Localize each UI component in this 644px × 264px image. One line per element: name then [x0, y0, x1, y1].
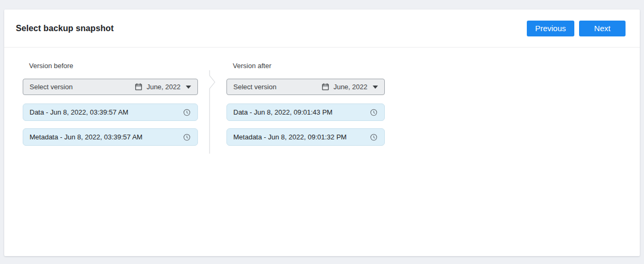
snapshot-compare-body: Version before Select version June, 2022… [4, 48, 640, 155]
version-before-column: Version before Select version June, 2022… [23, 62, 198, 153]
column-divider [198, 62, 226, 155]
page-title: Select backup snapshot [16, 24, 113, 33]
snapshot-item-label: Data - Jun 8, 2022, 03:39:57 AM [30, 108, 128, 116]
selected-period: June, 2022 [334, 83, 367, 91]
snapshot-item-label: Data - Jun 8, 2022, 09:01:43 PM [233, 108, 333, 116]
snapshot-item-label: Metadata - Jun 8, 2022, 03:39:57 AM [30, 133, 143, 141]
clock-icon [183, 133, 191, 142]
next-button[interactable]: Next [579, 21, 626, 36]
calendar-icon [135, 83, 143, 91]
card-header: Select backup snapshot Previous Next [4, 10, 640, 48]
chevron-right-divider-icon [209, 70, 216, 155]
select-placeholder: Select version [30, 83, 73, 91]
clock-icon [183, 108, 191, 117]
version-after-label: Version after [233, 62, 385, 70]
version-after-select[interactable]: Select version June, 2022 [226, 79, 385, 95]
select-period-group: June, 2022 [135, 83, 191, 91]
caret-down-icon [373, 86, 378, 89]
version-after-column: Version after Select version June, 2022 … [226, 62, 385, 153]
header-actions: Previous Next [522, 21, 626, 36]
snapshot-item-data[interactable]: Data - Jun 8, 2022, 09:01:43 PM [226, 103, 385, 121]
select-placeholder: Select version [233, 83, 277, 91]
snapshot-item-data[interactable]: Data - Jun 8, 2022, 03:39:57 AM [23, 103, 198, 121]
caret-down-icon [186, 86, 191, 89]
backup-snapshot-card: Select backup snapshot Previous Next Ver… [4, 10, 640, 256]
version-before-label: Version before [29, 62, 198, 70]
clock-icon [370, 108, 378, 117]
snapshot-item-label: Metadata - Jun 8, 2022, 09:01:32 PM [233, 133, 347, 141]
calendar-icon [321, 83, 329, 91]
select-period-group: June, 2022 [321, 83, 378, 91]
clock-icon [370, 133, 378, 142]
previous-button[interactable]: Previous [527, 21, 574, 36]
snapshot-item-metadata[interactable]: Metadata - Jun 8, 2022, 03:39:57 AM [23, 128, 198, 146]
selected-period: June, 2022 [147, 83, 181, 91]
snapshot-item-metadata[interactable]: Metadata - Jun 8, 2022, 09:01:32 PM [226, 128, 385, 146]
version-before-select[interactable]: Select version June, 2022 [23, 79, 198, 95]
